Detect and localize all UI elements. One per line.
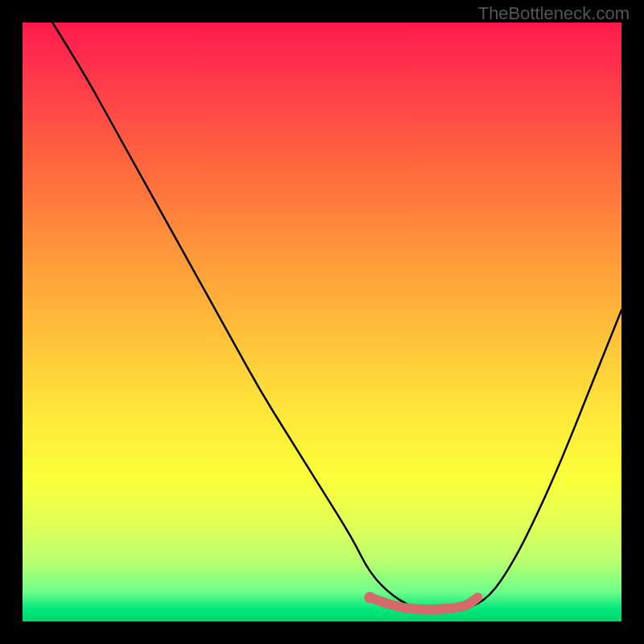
optimal-range-start-dot: [365, 592, 376, 603]
curve-svg: [23, 23, 621, 621]
plot-area: [23, 23, 621, 621]
watermark-text: TheBottleneck.com: [478, 3, 630, 24]
optimal-range-marker: [370, 597, 478, 609]
chart-container: TheBottleneck.com: [0, 0, 644, 644]
bottleneck-curve: [52, 23, 621, 609]
